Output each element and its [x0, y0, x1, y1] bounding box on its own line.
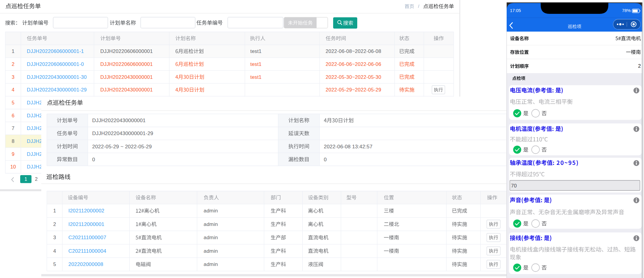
svg-text:test1: test1	[250, 48, 261, 54]
svg-text:0: 0	[324, 157, 327, 162]
svg-text:1: 1	[53, 208, 56, 213]
svg-text:2022-06-08~2022-06-08: 2022-06-08~2022-06-08	[326, 48, 381, 54]
svg-text:2022-06-06~2022-06-06: 2022-06-06~2022-06-06	[326, 61, 381, 67]
svg-text:DJJH20220606000001-1: DJJH20220606000001-1	[27, 48, 84, 54]
svg-text:1: 1	[24, 177, 27, 182]
svg-text:70: 70	[511, 183, 517, 189]
svg-text:DJJH20220606000001: DJJH20220606000001	[100, 61, 153, 67]
svg-text:I202112000001: I202112000001	[68, 221, 105, 227]
svg-text:4: 4	[53, 248, 56, 254]
svg-text:DJJH20220430000001-29: DJJH20220430000001-29	[92, 131, 153, 136]
svg-text:2022-05-29~2022-05-29: 2022-05-29~2022-05-29	[326, 87, 381, 92]
svg-text:2022-05-30~2022-05-30: 2022-05-30~2022-05-30	[326, 74, 381, 80]
svg-text:DJJH20220430000001-29: DJJH20220430000001-29	[27, 87, 87, 92]
svg-text:17:05: 17:05	[510, 8, 521, 13]
svg-text:78%: 78%	[622, 8, 631, 13]
svg-text:/: /	[418, 4, 419, 9]
svg-text:DJJH20220430000001: DJJH20220430000001	[92, 118, 146, 123]
svg-text:DJJH20220430000001: DJJH20220430000001	[100, 74, 153, 80]
svg-text:4: 4	[12, 87, 14, 92]
svg-text:0: 0	[92, 157, 95, 162]
svg-text:admin: admin	[204, 221, 218, 227]
svg-text:DJJH20220606000001: DJJH20220606000001	[100, 48, 153, 54]
svg-text:2: 2	[53, 221, 56, 227]
svg-text:test1: test1	[250, 61, 261, 67]
svg-text:3: 3	[53, 235, 56, 240]
svg-text:admin: admin	[204, 235, 218, 240]
svg-text:C202111000004: C202111000004	[68, 248, 106, 254]
svg-text:admin: admin	[204, 208, 218, 214]
svg-text:7: 7	[12, 125, 14, 131]
svg-text:2: 2	[35, 177, 38, 182]
svg-text:10: 10	[10, 164, 16, 169]
svg-text:test1: test1	[250, 74, 261, 80]
svg-text:DJJH20220430000001-30: DJJH20220430000001-30	[27, 74, 87, 80]
svg-text:2022-06-08 13:42:57: 2022-06-08 13:42:57	[324, 144, 373, 150]
svg-text:2022-05-29 ~ 2022-05-29: 2022-05-29 ~ 2022-05-29	[92, 144, 152, 150]
svg-text:5: 5	[53, 261, 56, 267]
svg-text:1: 1	[12, 48, 14, 54]
svg-text:admin: admin	[204, 248, 218, 254]
svg-text:8: 8	[12, 138, 14, 144]
svg-text:6: 6	[12, 113, 14, 118]
svg-text:2: 2	[638, 63, 641, 69]
svg-text:3: 3	[12, 74, 14, 80]
svg-text:admin: admin	[204, 261, 218, 267]
svg-text:DJJH20220606000001-0: DJJH20220606000001-0	[27, 61, 84, 67]
svg-text:2: 2	[12, 61, 14, 67]
svg-text:DJJH20220430000001: DJJH20220430000001	[100, 87, 153, 92]
svg-text:C202111000007: C202111000007	[68, 235, 106, 240]
svg-text:I202112000002: I202112000002	[68, 208, 105, 214]
svg-text:9: 9	[12, 151, 14, 157]
svg-text:5: 5	[12, 100, 14, 105]
svg-text:202202000008: 202202000008	[68, 261, 103, 267]
